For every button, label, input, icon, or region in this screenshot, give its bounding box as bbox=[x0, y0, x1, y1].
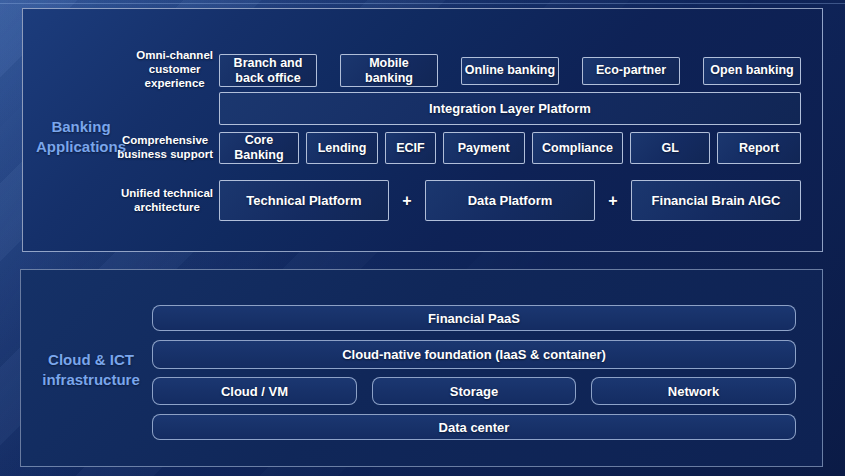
box-online-banking: Online banking bbox=[461, 57, 559, 85]
channel-row: Branch and back office Mobile banking On… bbox=[219, 54, 801, 87]
box-financial-paas: Financial PaaS bbox=[152, 305, 796, 331]
business-support-label-text: Comprehensive business support bbox=[117, 134, 219, 162]
box-compliance: Compliance bbox=[532, 132, 624, 164]
box-financial-brain-aigc: Financial Brain AIGC bbox=[631, 180, 801, 221]
cloud-content-area: Financial PaaS Cloud-native foundation (… bbox=[152, 270, 796, 466]
box-data-platform: Data Platform bbox=[425, 180, 595, 221]
integration-row: Integration Layer Platform bbox=[219, 92, 801, 125]
box-branch-back-office: Branch and back office bbox=[219, 54, 317, 87]
box-report: Report bbox=[717, 132, 801, 164]
box-core-banking: Core Banking bbox=[219, 132, 299, 164]
box-storage: Storage bbox=[372, 377, 576, 405]
box-payment: Payment bbox=[443, 132, 525, 164]
architecture-row: Technical Platform + Data Platform + Fin… bbox=[219, 180, 801, 221]
omni-channel-label-text: Omni-channel customer experience bbox=[136, 49, 219, 90]
box-network: Network bbox=[591, 377, 796, 405]
banking-applications-panel: Banking Applications Omni-channel custom… bbox=[22, 8, 823, 252]
unified-architecture-label-text: Unified technical architecture bbox=[121, 187, 219, 215]
box-ecif: ECIF bbox=[385, 132, 436, 164]
row-label-unified-architecture: Unified technical architecture bbox=[23, 180, 219, 221]
plus-separator: + bbox=[389, 192, 425, 210]
box-data-center: Data center bbox=[152, 414, 796, 440]
box-integration-layer-platform: Integration Layer Platform bbox=[219, 92, 801, 125]
box-cloud-vm: Cloud / VM bbox=[152, 377, 357, 405]
box-gl: GL bbox=[630, 132, 710, 164]
box-open-banking: Open banking bbox=[703, 57, 801, 85]
row-label-omni-channel: Omni-channel customer experience bbox=[23, 46, 219, 94]
box-lending: Lending bbox=[306, 132, 378, 164]
cloud-ict-title: Cloud & ICT infrastructure bbox=[27, 350, 155, 391]
box-cloud-native-foundation: Cloud-native foundation (IaaS & containe… bbox=[152, 340, 796, 369]
row-label-business-support: Comprehensive business support bbox=[23, 132, 219, 164]
box-mobile-banking: Mobile banking bbox=[340, 54, 438, 87]
box-technical-platform: Technical Platform bbox=[219, 180, 389, 221]
plus-separator: + bbox=[595, 192, 631, 210]
business-row: Core Banking Lending ECIF Payment Compli… bbox=[219, 132, 801, 164]
box-eco-partner: Eco-partner bbox=[582, 57, 680, 85]
cloud-ict-panel: Cloud & ICT infrastructure Financial Paa… bbox=[20, 269, 823, 467]
